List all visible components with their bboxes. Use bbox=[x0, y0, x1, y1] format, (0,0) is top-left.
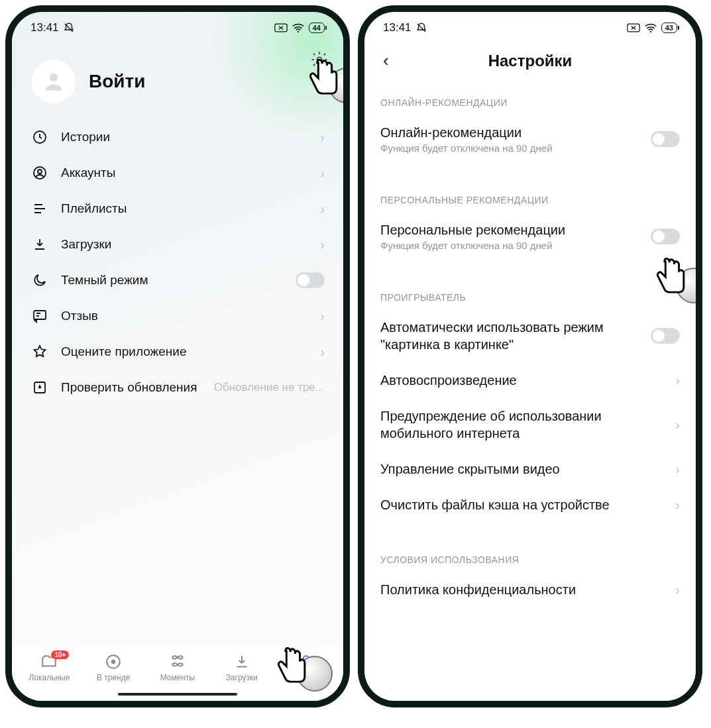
login-row[interactable]: Войти bbox=[12, 37, 343, 119]
row-mobile-warn[interactable]: Предупреждение об использовании мобильно… bbox=[364, 398, 696, 451]
chevron-right-icon: › bbox=[320, 344, 325, 360]
personal-rec-title: Персональные рекомендации bbox=[380, 221, 643, 238]
chevron-right-icon: › bbox=[675, 582, 680, 598]
cache-title: Очистить файлы кэша на устройстве bbox=[380, 496, 667, 513]
chevron-right-icon: › bbox=[320, 309, 325, 324]
menu-downloads-label: Загрузки bbox=[61, 237, 308, 252]
online-rec-sub: Функция будет отключена на 90 дней bbox=[380, 142, 643, 154]
menu-accounts[interactable]: Аккаунты › bbox=[21, 155, 334, 191]
menu-downloads[interactable]: Загрузки › bbox=[21, 227, 334, 262]
download-icon bbox=[30, 236, 49, 252]
status-bar: 13:41 43 bbox=[364, 12, 696, 37]
svg-point-1 bbox=[298, 31, 299, 32]
menu-accounts-label: Аккаунты bbox=[61, 166, 308, 180]
row-personal-rec[interactable]: Персональные рекомендации Функция будет … bbox=[364, 212, 696, 260]
login-label: Войти bbox=[89, 71, 145, 92]
row-online-rec[interactable]: Онлайн-рекомендации Функция будет отключ… bbox=[364, 115, 696, 163]
menu-rate[interactable]: Оцените приложение › bbox=[21, 334, 334, 370]
section-player: ПРОИГРЫВАТЕЛЬ bbox=[364, 276, 696, 309]
svg-rect-7 bbox=[34, 311, 46, 319]
moon-icon bbox=[30, 272, 49, 288]
wifi-icon bbox=[644, 23, 657, 33]
page-title: Настройки bbox=[364, 52, 696, 70]
sim-off-icon bbox=[627, 23, 640, 33]
svg-point-11 bbox=[303, 656, 309, 662]
row-clear-cache[interactable]: Очистить файлы кэша на устройстве › bbox=[364, 487, 696, 523]
svg-point-10 bbox=[112, 660, 115, 663]
avatar bbox=[32, 60, 76, 103]
svg-point-3 bbox=[50, 74, 58, 81]
svg-point-2 bbox=[317, 58, 322, 62]
phone-profile: 13:41 44 Войти Истории › bbox=[5, 5, 350, 707]
chevron-right-icon: › bbox=[320, 166, 325, 181]
chevron-right-icon: › bbox=[320, 237, 325, 252]
menu-playlists[interactable]: Плейлисты › bbox=[21, 191, 334, 227]
chevron-right-icon: › bbox=[320, 201, 325, 217]
home-indicator bbox=[118, 693, 237, 696]
dnd-icon bbox=[63, 22, 75, 34]
clock-icon bbox=[30, 129, 49, 145]
svg-point-13 bbox=[650, 31, 651, 32]
online-rec-toggle[interactable] bbox=[651, 131, 680, 147]
battery-indicator: 44 bbox=[309, 23, 325, 33]
menu-dark-mode[interactable]: Темный режим bbox=[21, 262, 334, 298]
nav-moments-label: Моменты bbox=[160, 673, 195, 682]
menu-update-label: Проверить обновления bbox=[61, 380, 202, 395]
nav-moments[interactable]: Моменты bbox=[148, 653, 207, 682]
menu-feedback-label: Отзыв bbox=[61, 309, 308, 323]
user-icon bbox=[30, 165, 49, 181]
menu-history[interactable]: Истории › bbox=[21, 119, 334, 155]
menu-update[interactable]: Проверить обновления Обновление не тре..… bbox=[21, 370, 334, 405]
pip-title: Автоматически использовать режим "картин… bbox=[380, 319, 643, 353]
status-time: 13:41 bbox=[383, 21, 411, 34]
mobile-warn-title: Предупреждение об использовании мобильно… bbox=[380, 407, 667, 442]
personal-rec-sub: Функция будет отключена на 90 дней bbox=[380, 240, 643, 251]
menu-playlists-label: Плейлисты bbox=[61, 201, 308, 216]
section-terms: УСЛОВИЯ ИСПОЛЬЗОВАНИЯ bbox=[364, 539, 696, 572]
menu-rate-label: Оцените приложение bbox=[61, 344, 308, 359]
dnd-icon bbox=[415, 22, 427, 34]
hidden-title: Управление скрытыми видео bbox=[380, 460, 667, 478]
online-rec-title: Онлайн-рекомендации bbox=[380, 124, 643, 141]
chat-icon bbox=[30, 308, 49, 324]
row-pip[interactable]: Автоматически использовать режим "картин… bbox=[364, 309, 696, 362]
menu-dark-label: Темный режим bbox=[61, 273, 284, 287]
status-time: 13:41 bbox=[30, 21, 59, 34]
sim-off-icon bbox=[274, 23, 288, 33]
settings-header: ‹ Настройки bbox=[364, 37, 696, 81]
pip-toggle[interactable] bbox=[651, 328, 680, 344]
phone-settings: 13:41 43 ‹ Настройки ОНЛАЙН-РЕКОМЕНДАЦИИ… bbox=[358, 5, 702, 707]
chevron-right-icon: › bbox=[675, 497, 680, 513]
menu-feedback[interactable]: Отзыв › bbox=[21, 298, 334, 334]
section-personal-rec: ПЕРСОНАЛЬНЫЕ РЕКОМЕНДАЦИИ bbox=[364, 179, 696, 212]
autoplay-title: Автовоспроизведение bbox=[380, 372, 667, 389]
status-bar: 13:41 44 bbox=[12, 12, 343, 37]
nav-profile-label: Пр bbox=[301, 673, 311, 682]
menu-update-sub: Обновление не тре... bbox=[214, 381, 325, 394]
star-icon bbox=[30, 344, 49, 360]
nav-downloads[interactable]: Загрузки bbox=[212, 653, 272, 682]
nav-local[interactable]: 10+ Локальные bbox=[19, 653, 79, 682]
row-privacy[interactable]: Политика конфиденциальности › bbox=[364, 572, 696, 607]
update-icon bbox=[30, 380, 49, 395]
dark-mode-toggle[interactable] bbox=[296, 272, 325, 288]
section-online-rec: ОНЛАЙН-РЕКОМЕНДАЦИИ bbox=[364, 81, 696, 115]
nav-downloads-label: Загрузки bbox=[226, 673, 258, 682]
nav-local-label: Локальные bbox=[28, 673, 70, 682]
chevron-right-icon: › bbox=[675, 462, 680, 477]
wifi-icon bbox=[292, 23, 305, 33]
chevron-right-icon: › bbox=[675, 417, 680, 433]
chevron-right-icon: › bbox=[320, 130, 325, 145]
nav-trending[interactable]: В тренде bbox=[83, 653, 143, 682]
svg-point-6 bbox=[38, 170, 42, 174]
privacy-title: Политика конфиденциальности bbox=[380, 581, 667, 598]
menu-history-label: Истории bbox=[61, 130, 308, 144]
personal-rec-toggle[interactable] bbox=[651, 229, 680, 244]
row-autoplay[interactable]: Автовоспроизведение › bbox=[364, 362, 696, 398]
playlist-icon bbox=[30, 201, 49, 217]
nav-badge: 10+ bbox=[51, 650, 69, 659]
row-hidden-videos[interactable]: Управление скрытыми видео › bbox=[364, 451, 696, 487]
nav-profile[interactable]: Пр bbox=[276, 653, 336, 682]
nav-trending-label: В тренде bbox=[97, 673, 130, 682]
settings-icon[interactable] bbox=[310, 50, 329, 72]
